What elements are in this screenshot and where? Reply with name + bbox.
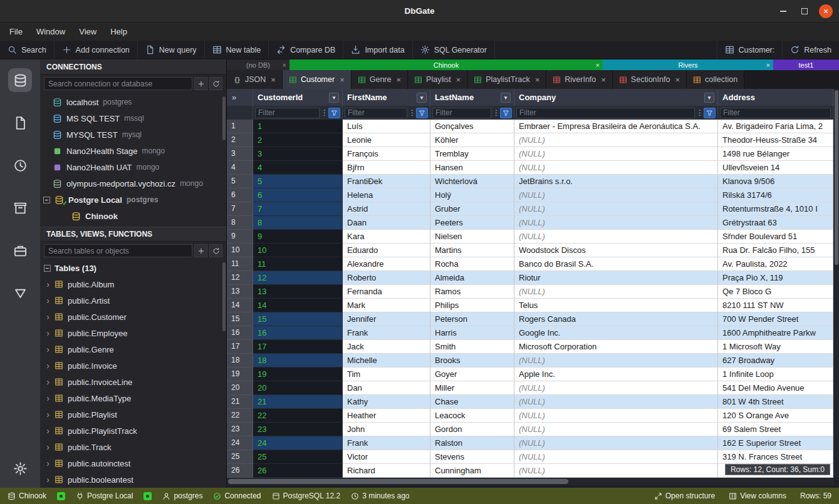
sidebar-briefcase-button[interactable] — [8, 239, 32, 262]
cell-address[interactable]: 700 W Pender Street — [718, 312, 833, 326]
toolbar-compare-db-button[interactable]: Compare DB — [269, 41, 343, 59]
toolbar-refresh-button[interactable]: Refresh — [782, 41, 839, 59]
cell-address[interactable]: Rilská 3174/6 — [718, 188, 833, 202]
row-number[interactable]: 7 — [227, 202, 253, 216]
cell-customerid[interactable]: 25 — [253, 450, 343, 464]
cell-lastname[interactable]: Tremblay — [430, 147, 514, 161]
cell-customerid[interactable]: 21 — [253, 395, 343, 409]
cell-address[interactable]: 69 Salem Street — [718, 423, 833, 436]
row-number[interactable]: 19 — [227, 368, 253, 381]
close-icon[interactable]: × — [340, 75, 345, 85]
column-header-lastname[interactable]: LastName▾ — [430, 89, 514, 106]
connection-chinook[interactable]: Chinook — [40, 208, 226, 224]
filter-funnel-icon[interactable] — [328, 108, 340, 118]
cell-company[interactable]: Microsoft Corporation — [514, 340, 718, 354]
toolbar-new-query-button[interactable]: New query — [138, 41, 205, 59]
cell-customerid[interactable]: 19 — [253, 368, 343, 381]
cell-lastname[interactable]: Almeida — [430, 271, 514, 285]
cell-address[interactable]: 1 Microsoft Way — [718, 340, 833, 354]
cell-company[interactable]: (NULL) — [514, 395, 718, 409]
close-icon[interactable]: × — [675, 75, 680, 85]
cell-address[interactable]: 120 S Orange Ave — [718, 409, 833, 423]
close-icon[interactable]: × — [766, 61, 770, 69]
cell-lastname[interactable]: Philips — [430, 299, 514, 312]
cell-lastname[interactable]: Gonçalves — [430, 120, 514, 133]
filter-funnel-icon[interactable] — [704, 108, 716, 118]
cell-lastname[interactable]: Ralston — [430, 436, 514, 450]
cell-lastname[interactable]: Gruber — [430, 202, 514, 216]
tab-sectioninfo[interactable]: SectionInfo× — [613, 70, 687, 89]
connection-nano2health-stage[interactable]: Nano2Health Stagemongo — [40, 143, 226, 159]
status-view-columns[interactable]: View columns — [729, 491, 786, 500]
row-number[interactable]: 17 — [227, 340, 253, 354]
row-number[interactable]: 23 — [227, 423, 253, 436]
row-number[interactable]: 18 — [227, 354, 253, 368]
tab-json[interactable]: {}JSON× — [227, 70, 283, 89]
cell-address[interactable]: Klanova 9/506 — [718, 175, 833, 188]
collapse-icon[interactable]: − — [44, 265, 51, 272]
cell-lastname[interactable]: Peeters — [430, 216, 514, 230]
chevron-down-icon[interactable]: ▾ — [704, 93, 714, 103]
chevron-right-icon[interactable]: › — [44, 426, 52, 436]
cell-company[interactable]: (NULL) — [514, 464, 718, 478]
tab-collection[interactable]: collection — [687, 70, 744, 89]
cell-address[interactable]: 8210 111 ST NW — [718, 299, 833, 312]
cell-firstname[interactable]: Richard — [343, 464, 430, 478]
table-public-customer[interactable]: ›public.Customer — [40, 309, 226, 325]
cell-address[interactable]: Av. Paulista, 2022 — [718, 257, 833, 271]
cell-firstname[interactable]: Frank — [343, 436, 430, 450]
row-number[interactable]: 5 — [227, 175, 253, 188]
filter-input-lastname[interactable] — [432, 108, 491, 118]
cell-lastname[interactable]: Leacock — [430, 409, 514, 423]
sidebar-archive-button[interactable] — [8, 196, 32, 220]
cell-customerid[interactable]: 26 — [253, 464, 343, 478]
cell-firstname[interactable]: Mark — [343, 299, 430, 312]
table-public-playlist[interactable]: ›public.Playlist — [40, 406, 226, 423]
cell-firstname[interactable]: Michelle — [343, 354, 430, 368]
cell-lastname[interactable]: Wichterlová — [430, 175, 514, 188]
sidebar-database-button[interactable] — [8, 68, 32, 92]
refresh-connections-button[interactable] — [209, 77, 222, 90]
cell-lastname[interactable]: Rocha — [430, 257, 514, 271]
close-icon[interactable]: × — [271, 75, 276, 85]
toolbar-search-button[interactable]: Search — [0, 41, 55, 59]
chevron-right-icon[interactable]: › — [44, 442, 52, 452]
cell-company[interactable]: Google Inc. — [514, 326, 718, 340]
filter-menu-icon[interactable]: ⋮ — [492, 108, 499, 117]
cell-customerid[interactable]: 8 — [253, 216, 343, 230]
cell-customerid[interactable]: 13 — [253, 285, 343, 299]
cell-address[interactable]: 162 E Superior Street — [718, 436, 833, 450]
table-public-invoiceline[interactable]: ›public.InvoiceLine — [40, 374, 226, 390]
cell-company[interactable]: (NULL) — [514, 450, 718, 464]
filter-input-address[interactable] — [720, 108, 831, 118]
row-number[interactable]: 1 — [227, 120, 253, 133]
maximize-button[interactable] — [798, 4, 811, 18]
cell-lastname[interactable]: Stevens — [430, 450, 514, 464]
cell-customerid[interactable]: 4 — [253, 161, 343, 175]
table-public-mediatype[interactable]: ›public.MediaType — [40, 390, 226, 406]
filter-menu-icon[interactable]: ⋮ — [696, 108, 702, 117]
tab-playlisttrack[interactable]: PlaylistTrack× — [467, 70, 546, 89]
scrollbar-thumb[interactable] — [228, 479, 568, 484]
row-number[interactable]: 4 — [227, 161, 253, 175]
cell-company[interactable]: Apple Inc. — [514, 368, 718, 381]
table-public-booleantest[interactable]: ›public.booleantest — [40, 471, 226, 488]
cell-firstname[interactable]: Helena — [343, 188, 430, 202]
tab-group-test1[interactable]: test1 — [773, 59, 839, 70]
row-number[interactable]: 16 — [227, 326, 253, 340]
cell-firstname[interactable]: Fernanda — [343, 285, 430, 299]
chevron-right-icon[interactable]: › — [44, 409, 52, 419]
connection-ms-sql-test[interactable]: MS SQL TESTmssql — [40, 110, 226, 126]
menu-window[interactable]: Window — [29, 23, 72, 41]
row-number[interactable]: 26 — [227, 464, 253, 478]
cell-customerid[interactable]: 5 — [253, 175, 343, 188]
cell-firstname[interactable]: Roberto — [343, 271, 430, 285]
cell-address[interactable]: 319 N. Frances Street — [718, 450, 833, 464]
collapse-icon[interactable]: − — [43, 197, 50, 203]
table-public-album[interactable]: ›public.Album — [40, 276, 226, 292]
row-number[interactable]: 20 — [227, 381, 253, 395]
cell-lastname[interactable]: Holý — [430, 188, 514, 202]
cell-address[interactable]: Rotenturmstraße 4, 1010 I — [718, 202, 833, 216]
cell-firstname[interactable]: Leonie — [343, 133, 430, 147]
cell-customerid[interactable]: 10 — [253, 244, 343, 257]
